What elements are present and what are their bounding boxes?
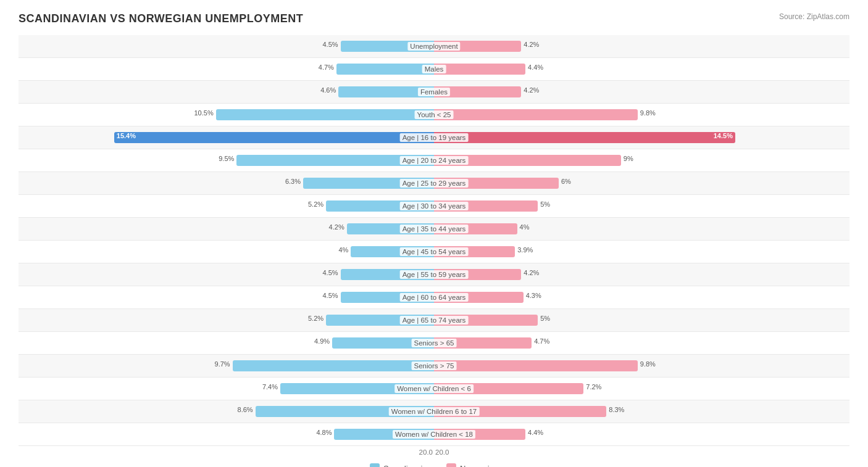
scand-bar: 4.5% <box>341 292 434 303</box>
scand-label: Scandinavian <box>383 464 432 468</box>
chart-row: 9.5% Age | 20 to 24 years 9% <box>19 149 849 172</box>
norw-bar: 4.2% <box>434 41 521 52</box>
right-section: 5% <box>434 197 849 215</box>
chart-row: 4.8% Women w/ Children < 18 4.4% <box>19 423 849 446</box>
chart-row: 4.6% Females 4.2% <box>19 81 849 104</box>
norw-bar: 4% <box>434 223 517 234</box>
norw-val: 4.7% <box>534 337 549 345</box>
norw-val-inline: 14.5% <box>714 132 733 139</box>
norw-bar: 9.8% <box>434 360 638 371</box>
scand-bar: 4.9% <box>332 337 434 349</box>
norw-val: 9% <box>624 155 633 162</box>
scand-val: 4% <box>339 246 349 254</box>
left-section: 4.5% <box>19 288 434 307</box>
norw-val: 4.4% <box>528 64 543 71</box>
norw-val: 6% <box>561 178 571 185</box>
scand-val: 9.5% <box>219 155 234 162</box>
left-section: 6.3% <box>19 174 434 192</box>
scand-val: 5.2% <box>308 200 323 208</box>
right-section: 9% <box>434 151 849 170</box>
scand-val: 4.5% <box>323 41 338 48</box>
chart-row: 4.5% Age | 55 to 59 years 4.2% <box>19 263 849 286</box>
scand-val: 5.2% <box>308 315 323 322</box>
scand-bar: 4.7% <box>336 64 434 75</box>
scand-bar: 4.5% <box>341 269 434 280</box>
chart-row: 15.4% Age | 16 to 19 years 14.5% <box>19 126 849 149</box>
chart-header: SCANDINAVIAN VS NORWEGIAN UNEMPLOYMENT S… <box>19 12 849 25</box>
right-section: 4.2% <box>434 83 849 101</box>
axis-row: 20.0 20.0 <box>19 446 849 458</box>
right-section: 4.3% <box>434 288 849 307</box>
right-section: 4.2% <box>434 265 849 284</box>
norw-bar: 4.4% <box>434 429 525 440</box>
norw-val: 7.2% <box>586 383 601 391</box>
chart-row: 4.5% Age | 60 to 64 years 4.3% <box>19 286 849 309</box>
scand-val: 4.8% <box>316 429 332 436</box>
scand-bar: 4.2% <box>347 223 434 234</box>
norw-bar: 4.3% <box>434 292 524 303</box>
right-section: 8.3% <box>434 402 849 421</box>
norw-bar: 4.2% <box>434 269 521 280</box>
norw-bar: 14.5% <box>434 132 735 143</box>
scand-bar: 4.8% <box>334 429 434 440</box>
norw-val: 8.3% <box>609 406 624 413</box>
scand-val: 4.7% <box>319 64 334 71</box>
right-section: 4.4% <box>434 425 849 444</box>
norw-bar: 4.4% <box>434 64 525 75</box>
left-section: 4.2% <box>19 220 434 238</box>
scand-val: 4.9% <box>314 337 330 345</box>
chart-row: 4.2% Age | 35 to 44 years 4% <box>19 218 849 241</box>
chart-row: 4.5% Unemployment 4.2% <box>19 35 849 58</box>
scand-val: 4.6% <box>320 86 336 94</box>
chart-container: SCANDINAVIAN VS NORWEGIAN UNEMPLOYMENT S… <box>19 12 849 467</box>
right-section: 9.8% <box>434 357 849 375</box>
axis-right-val: 20.0 <box>435 448 449 456</box>
axis-left-val: 20.0 <box>419 448 433 456</box>
norw-val: 9.8% <box>640 360 656 368</box>
scand-bar: 4.5% <box>341 41 434 52</box>
norw-swatch <box>446 463 456 467</box>
norw-val: 4.2% <box>524 86 539 94</box>
norw-bar: 8.3% <box>434 406 606 417</box>
legend-norw: Norwegian <box>446 463 498 467</box>
legend-scand: Scandinavian <box>370 463 432 467</box>
chart-row: 4.7% Males 4.4% <box>19 58 849 81</box>
right-section: 4.7% <box>434 334 849 352</box>
scand-bar: 4% <box>351 246 434 257</box>
scand-bar: 4.6% <box>338 86 434 97</box>
scand-bar: 5.2% <box>326 200 434 212</box>
norw-val: 4.4% <box>528 429 543 436</box>
left-section: 4.9% <box>19 334 434 352</box>
right-section: 4% <box>434 220 849 238</box>
left-section: 5.2% <box>19 311 434 329</box>
right-section: 7.2% <box>434 379 849 398</box>
norw-bar: 3.9% <box>434 246 515 257</box>
left-section: 7.4% <box>19 379 434 398</box>
chart-source: Source: ZipAtlas.com <box>779 12 849 21</box>
scand-bar: 9.7% <box>233 360 434 371</box>
left-section: 15.4% <box>19 128 434 147</box>
norw-bar: 5% <box>434 200 538 212</box>
right-section: 4.2% <box>434 37 849 56</box>
chart-row: 5.2% Age | 30 to 34 years 5% <box>19 195 849 218</box>
norw-bar: 4.2% <box>434 86 521 97</box>
scand-bar: 8.6% <box>256 406 434 417</box>
left-section: 4.5% <box>19 265 434 284</box>
right-section: 3.9% <box>434 242 849 261</box>
scand-bar: 10.5% <box>216 109 434 120</box>
norw-val: 5% <box>540 315 550 322</box>
chart-row: 9.7% Seniors > 75 9.8% <box>19 355 849 378</box>
scand-val: 10.5% <box>194 109 213 117</box>
scand-bar: 9.5% <box>236 155 434 166</box>
left-section: 4.5% <box>19 37 434 56</box>
norw-bar: 6% <box>434 178 559 189</box>
chart-row: 4.9% Seniors > 65 4.7% <box>19 332 849 355</box>
left-section: 4% <box>19 242 434 261</box>
scand-bar: 7.4% <box>280 383 434 394</box>
norw-val: 4.2% <box>524 269 539 276</box>
right-section: 4.4% <box>434 60 849 78</box>
scand-val-inline: 15.4% <box>117 132 136 139</box>
left-section: 9.5% <box>19 151 434 170</box>
scand-val: 8.6% <box>238 406 253 413</box>
norw-bar: 4.7% <box>434 337 532 349</box>
